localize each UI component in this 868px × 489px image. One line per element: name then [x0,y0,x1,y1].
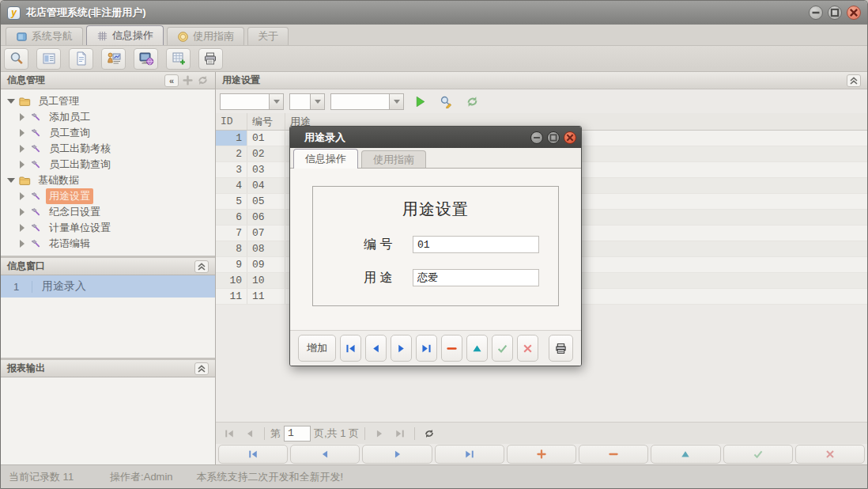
cell-id[interactable]: 3 [216,162,247,177]
tree-item[interactable]: 基础数据 [6,172,215,188]
main-tab[interactable]: 使用指南 [167,27,244,45]
cell-code[interactable]: 05 [247,194,285,209]
field-input[interactable] [413,269,539,286]
record-nav-button[interactable] [507,445,576,464]
dialog-close-button[interactable] [564,131,576,144]
cell-code[interactable]: 04 [247,178,285,193]
toolbar-button[interactable] [69,48,93,70]
caret-icon[interactable] [6,174,17,187]
window-list-item[interactable]: 1 用途录入 [1,275,215,298]
filter-tool-button[interactable] [409,92,430,111]
combo-dropdown-button[interactable] [310,93,325,110]
record-nav-button[interactable] [290,445,360,464]
cell-id[interactable]: 10 [216,273,247,288]
record-nav-button[interactable] [795,445,865,464]
cell-id[interactable]: 1 [216,131,247,146]
filter-value-input[interactable] [330,93,389,110]
record-nav-button[interactable] [362,445,432,464]
collapse-left-button[interactable]: « [164,74,179,87]
filter-tool-button[interactable] [436,92,456,111]
pager-refresh-button[interactable] [421,425,438,442]
cell-code[interactable]: 01 [247,131,285,146]
toolbar-button[interactable] [198,48,223,70]
dialog-nav-button[interactable] [441,335,462,362]
cell-id[interactable]: 9 [216,257,247,272]
caret-icon[interactable] [17,145,28,153]
collapse-panel-button[interactable] [194,260,209,273]
toolbar-button[interactable] [166,48,191,70]
cell-code[interactable]: 10 [247,273,285,288]
filter-tool-button[interactable] [462,92,482,111]
cell-code[interactable]: 07 [247,226,285,241]
tree-item[interactable]: 纪念日设置 [6,204,215,220]
pager-nav-button[interactable] [241,425,259,442]
add-record-button[interactable]: 增加 [298,335,336,362]
cell-code[interactable]: 03 [247,162,285,177]
cell-code[interactable]: 02 [247,146,285,161]
tree-item[interactable]: 计量单位设置 [6,220,215,236]
column-header-id[interactable]: ID [216,113,247,130]
main-tab[interactable]: 信息操作 [86,25,164,45]
toolbar-button[interactable] [4,48,28,70]
record-nav-button[interactable] [435,445,504,464]
pager-nav-button[interactable] [221,425,238,442]
main-tab[interactable]: 系统导航 [6,27,83,45]
collapse-content-button[interactable] [847,74,861,87]
caret-icon[interactable] [6,95,17,108]
record-nav-button[interactable] [651,445,720,464]
column-header-code[interactable]: 编号 [247,113,285,130]
cell-code[interactable]: 09 [247,257,285,272]
dialog-nav-button[interactable] [517,335,538,362]
tree-item[interactable]: 花语编辑 [6,236,215,252]
cell-code[interactable]: 06 [247,210,285,225]
caret-icon[interactable] [17,224,28,232]
cell-id[interactable]: 6 [216,210,247,225]
pager-nav-button[interactable] [391,425,409,442]
dialog-nav-button[interactable] [391,335,412,362]
maximize-button[interactable] [828,6,842,20]
pager-nav-button[interactable] [371,425,388,442]
dialog-nav-button[interactable] [492,335,513,362]
caret-icon[interactable] [17,161,28,169]
cell-id[interactable]: 2 [216,146,247,161]
toolbar-button[interactable] [101,48,126,70]
caret-icon[interactable] [17,129,28,137]
dialog-maximize-button[interactable] [547,131,560,144]
dialog-nav-button[interactable] [365,335,387,362]
tree-item[interactable]: 员工查询 [6,125,215,141]
combo-dropdown-button[interactable] [269,93,284,110]
filter-operator-value[interactable] [289,93,310,110]
record-nav-button[interactable] [723,445,793,464]
dialog-nav-button[interactable] [549,335,574,362]
cell-id[interactable]: 7 [216,226,247,241]
tree-item[interactable]: 员工出勤查询 [6,157,215,172]
cell-id[interactable]: 5 [216,194,247,209]
tree-item[interactable]: 添加员工 [6,109,215,125]
cell-id[interactable]: 11 [216,289,247,304]
dialog-nav-button[interactable] [416,335,437,362]
cell-code[interactable]: 08 [247,241,285,256]
record-nav-button[interactable] [579,445,648,464]
dialog-tab[interactable]: 信息操作 [293,149,358,169]
caret-icon[interactable] [17,113,28,121]
toolbar-button[interactable] [134,48,158,70]
filter-field-value[interactable] [220,93,269,110]
minimize-button[interactable] [809,6,823,20]
dialog-nav-button[interactable] [340,335,361,362]
record-nav-button[interactable] [218,445,288,464]
collapse-panel-button[interactable] [194,362,209,375]
close-button[interactable] [847,6,861,20]
dialog-minimize-button[interactable] [530,131,543,144]
dialog-nav-button[interactable] [466,335,488,362]
dialog-tab[interactable]: 使用指南 [361,150,426,168]
cell-id[interactable]: 4 [216,178,247,193]
tree-item[interactable]: 用途设置 [6,188,215,204]
field-input[interactable] [413,236,539,253]
page-number-input[interactable] [284,426,311,442]
main-tab[interactable]: 关于 [247,27,289,45]
tree-item[interactable]: 员工管理 [6,93,215,109]
cell-id[interactable]: 8 [216,241,247,256]
toolbar-button[interactable] [36,48,61,70]
combo-dropdown-button[interactable] [389,93,404,110]
caret-icon[interactable] [17,192,28,200]
